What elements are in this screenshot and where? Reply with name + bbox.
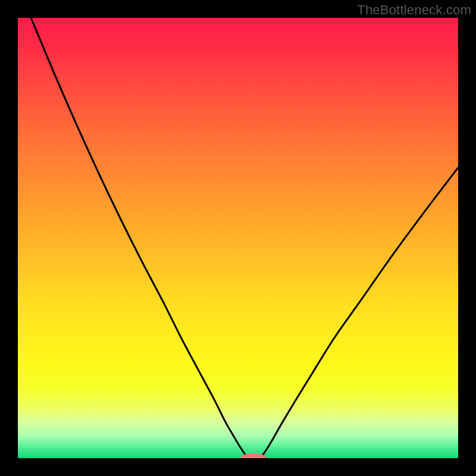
plot-area — [18, 18, 458, 458]
plot-svg — [18, 18, 458, 458]
chart-frame: TheBottleneck.com — [0, 0, 476, 476]
gradient-background — [18, 18, 458, 458]
watermark-text: TheBottleneck.com — [357, 2, 471, 18]
